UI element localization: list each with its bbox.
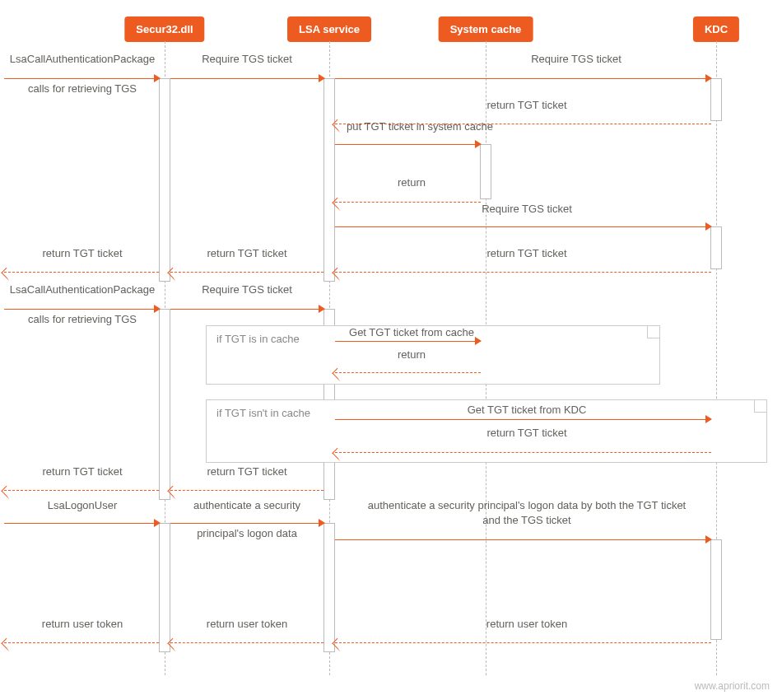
- arrow-get-cache-return: [335, 362, 481, 377]
- arrow-call-lsa-auth-pkg-2: [4, 299, 160, 314]
- note-title: if TGT is in cache: [216, 333, 300, 345]
- arrow-return-tgt-2c: [4, 262, 159, 277]
- note-corner-icon: [754, 400, 766, 413]
- activation: [159, 309, 170, 500]
- arrow-call-lsa-auth-pkg: [4, 68, 160, 83]
- msg-label: calls for retrieving TGS: [28, 82, 137, 96]
- msg-label: calls for retrieving TGS: [28, 313, 137, 326]
- sequence-diagram: Secur32.dll LSA service System cache KDC…: [0, 0, 782, 700]
- activation: [710, 78, 722, 121]
- msg-label: return TGT ticket: [207, 247, 286, 260]
- participant-secur32: Secur32.dll: [124, 16, 204, 42]
- arrow-return-tgt-2a: [335, 262, 711, 277]
- note-corner-icon: [647, 326, 659, 338]
- msg-label: Require TGS ticket: [202, 283, 292, 296]
- arrow-return-tgt-3b: [4, 480, 159, 495]
- msg-label: and the TGS ticket: [482, 514, 570, 527]
- msg-label: Get TGT ticket from cache: [349, 326, 474, 339]
- arrow-get-kdc-return: [335, 442, 711, 457]
- msg-label: principal's logon data: [197, 527, 297, 540]
- activation: [159, 78, 170, 282]
- msg-label: return user token: [486, 618, 567, 631]
- arrow-lsa-logon-user: [4, 513, 160, 528]
- arrow-return-token-c: [4, 632, 159, 647]
- participant-kdc: KDC: [693, 16, 739, 42]
- arrow-require-tgs-4: [170, 299, 324, 314]
- msg-label: return user token: [42, 618, 123, 631]
- msg-label: return TGT ticket: [486, 247, 566, 260]
- participant-lsa: LSA service: [287, 16, 371, 42]
- note-title: if TGT isn't in cache: [216, 407, 310, 419]
- msg-label: put TGT ticket in system cache: [347, 120, 493, 133]
- arrow-return-tgt-2b: [170, 262, 324, 277]
- arrow-require-tgs-1: [170, 68, 324, 83]
- arrow-return-tgt-3a: [170, 480, 324, 495]
- msg-label: return TGT ticket: [42, 247, 122, 260]
- activation: [324, 78, 335, 282]
- arrow-auth-logon-2: [335, 530, 711, 544]
- activation: [480, 144, 491, 199]
- msg-label: LsaCallAuthenticationPackage: [10, 53, 155, 66]
- activation: [710, 539, 722, 640]
- msg-label: Require TGS ticket: [202, 53, 292, 66]
- arrow-auth-logon-1: [170, 513, 324, 528]
- msg-label: authenticate a security principal's logo…: [368, 499, 686, 512]
- msg-label: Get TGT ticket from KDC: [468, 404, 587, 417]
- msg-label: return: [398, 176, 426, 189]
- msg-label: return TGT ticket: [486, 427, 566, 440]
- msg-label: authenticate a security: [193, 499, 300, 512]
- watermark: www.apriorit.com: [695, 680, 770, 692]
- arrow-put-cache: [335, 134, 481, 149]
- msg-label: return TGT ticket: [42, 465, 122, 478]
- participant-cache: System cache: [439, 16, 533, 42]
- msg-label: return: [398, 348, 426, 362]
- activation: [710, 226, 722, 269]
- activation: [324, 523, 335, 652]
- msg-label: return TGT ticket: [207, 465, 286, 478]
- arrow-return-token-b: [170, 632, 324, 647]
- arrow-require-tgs-3: [335, 217, 711, 231]
- msg-label: LsaLogonUser: [48, 499, 118, 512]
- activation: [159, 523, 170, 652]
- msg-label: return user token: [207, 618, 287, 631]
- msg-label: LsaCallAuthenticationPackage: [10, 283, 155, 296]
- arrow-require-tgs-2: [335, 68, 711, 83]
- msg-label: return TGT ticket: [486, 99, 566, 112]
- arrow-cache-return: [335, 192, 481, 207]
- msg-label: Require TGS ticket: [531, 53, 621, 66]
- arrow-return-token-a: [335, 632, 711, 647]
- msg-label: Require TGS ticket: [482, 203, 572, 216]
